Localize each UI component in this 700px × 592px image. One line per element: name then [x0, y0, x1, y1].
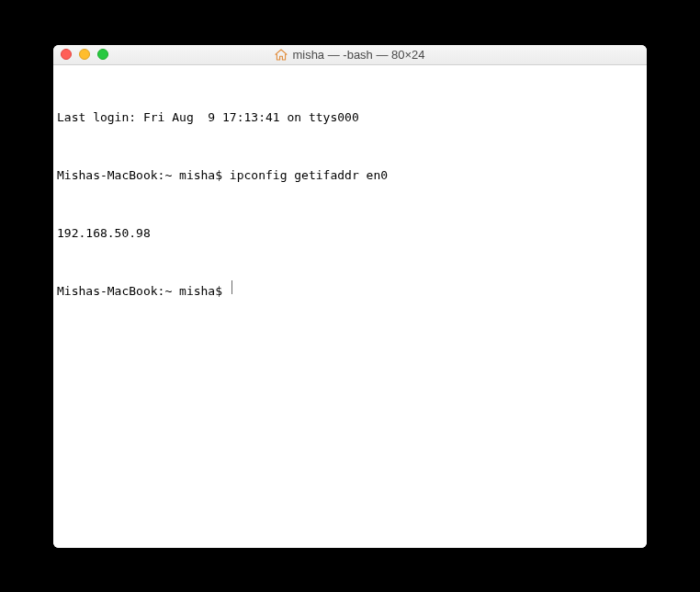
titlebar[interactable]: misha — -bash — 80×24 [53, 45, 647, 65]
prompt-2: Mishas-MacBook:~ misha$ [57, 281, 230, 301]
terminal-body[interactable]: Last login: Fri Aug 9 17:13:41 on ttys00… [53, 65, 647, 548]
terminal-window: misha — -bash — 80×24 Last login: Fri Au… [53, 45, 647, 548]
zoom-button[interactable] [97, 49, 108, 60]
home-icon [275, 49, 288, 61]
close-button[interactable] [61, 49, 72, 60]
window-title-wrap: misha — -bash — 80×24 [53, 48, 647, 62]
command-line-1: Mishas-MacBook:~ misha$ ipconfig getifad… [57, 165, 643, 185]
command-1: ipconfig getifaddr en0 [230, 168, 388, 182]
prompt-1: Mishas-MacBook:~ misha$ [57, 168, 230, 182]
minimize-button[interactable] [79, 49, 90, 60]
last-login-line: Last login: Fri Aug 9 17:13:41 on ttys00… [57, 108, 643, 127]
traffic-lights [53, 49, 108, 60]
window-title: misha — -bash — 80×24 [292, 48, 424, 62]
cursor [231, 280, 232, 294]
command-line-2: Mishas-MacBook:~ misha$ [57, 281, 643, 301]
output-line-1: 192.168.50.98 [57, 223, 643, 243]
